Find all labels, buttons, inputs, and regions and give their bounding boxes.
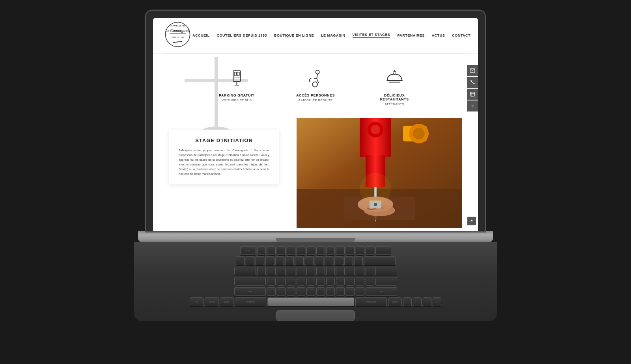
- key-6[interactable]: [295, 256, 304, 265]
- question-icon[interactable]: ?: [467, 100, 478, 111]
- key-slash[interactable]: [356, 287, 364, 296]
- key-comma[interactable]: [336, 287, 345, 296]
- key-q[interactable]: [257, 267, 266, 275]
- scroll-top-button[interactable]: [467, 217, 476, 225]
- key-f8[interactable]: [326, 246, 335, 255]
- key-f2[interactable]: [267, 246, 276, 255]
- laptop-screen-bezel: COUTELLERIE Le Camarguais DEPUIS 1993 AC…: [153, 18, 478, 231]
- nav-couteliers[interactable]: COUTELIERS DEPUIS 1993: [217, 33, 267, 37]
- key-backtick[interactable]: [236, 256, 245, 265]
- key-tab[interactable]: [234, 267, 256, 275]
- key-4[interactable]: [275, 256, 284, 265]
- key-w[interactable]: [267, 267, 276, 275]
- key-f3[interactable]: [277, 246, 286, 255]
- key-v[interactable]: [297, 287, 305, 296]
- key-f9[interactable]: [336, 246, 345, 255]
- key-e[interactable]: [277, 267, 286, 275]
- nav-partenaires[interactable]: PARTENAIRES: [397, 33, 424, 37]
- key-u[interactable]: [316, 267, 325, 275]
- key-2[interactable]: [256, 256, 264, 265]
- key-control[interactable]: control: [205, 297, 218, 306]
- key-f11[interactable]: [356, 246, 364, 255]
- key-f5[interactable]: [297, 246, 305, 255]
- key-7[interactable]: [305, 256, 314, 265]
- feature-restaurant-title: DÉLICIEUX RESTAURANTS: [371, 93, 418, 101]
- key-j[interactable]: [326, 277, 335, 286]
- box-icon[interactable]: [467, 89, 478, 100]
- key-d[interactable]: [287, 277, 295, 286]
- email-icon[interactable]: [467, 65, 478, 76]
- key-l[interactable]: [346, 277, 355, 286]
- key-quote[interactable]: [366, 277, 374, 286]
- key-option-left[interactable]: option: [220, 297, 233, 306]
- key-bracket-open[interactable]: [356, 267, 364, 275]
- key-k[interactable]: [336, 277, 345, 286]
- svg-point-16: [312, 82, 317, 87]
- key-f[interactable]: [297, 277, 305, 286]
- key-semicolon[interactable]: [356, 277, 364, 286]
- key-3[interactable]: [265, 256, 274, 265]
- key-f7[interactable]: [316, 246, 325, 255]
- feature-restaurant-subtitle: ATTENANTS: [385, 102, 404, 106]
- site-header: COUTELLERIE Le Camarguais DEPUIS 1993 AC…: [153, 18, 478, 54]
- key-backspace[interactable]: [364, 256, 396, 265]
- key-c[interactable]: [287, 287, 295, 296]
- key-i[interactable]: [326, 267, 335, 275]
- key-y[interactable]: [306, 267, 315, 275]
- nav-contact[interactable]: CONTACT: [452, 33, 470, 37]
- key-fn[interactable]: fn: [190, 297, 203, 306]
- nav-actus[interactable]: ACTUS: [432, 33, 445, 37]
- key-9[interactable]: [325, 256, 333, 265]
- trackpad[interactable]: [276, 310, 355, 321]
- key-shift-left[interactable]: shift: [234, 287, 266, 296]
- key-option-right[interactable]: option: [388, 297, 402, 306]
- key-capslock[interactable]: [234, 277, 266, 286]
- key-g[interactable]: [306, 277, 315, 286]
- key-arrow-down[interactable]: [423, 297, 431, 306]
- nav-boutique[interactable]: BOUTIQUE EN LIGNE: [274, 33, 314, 37]
- key-8[interactable]: [315, 256, 323, 265]
- key-f12[interactable]: [366, 246, 374, 255]
- key-return2[interactable]: [375, 277, 397, 286]
- key-period[interactable]: [346, 287, 355, 296]
- nav-visites[interactable]: VISITES ET STAGES: [353, 33, 390, 38]
- nav-magasin[interactable]: LE MAGASIN: [321, 33, 345, 37]
- key-r[interactable]: [287, 267, 295, 275]
- key-arrow-left[interactable]: [403, 297, 412, 306]
- key-m[interactable]: [326, 287, 335, 296]
- key-arrow-right[interactable]: ›: [433, 297, 441, 306]
- accessibility-icon: [305, 68, 327, 89]
- key-command-right[interactable]: commande: [355, 297, 387, 306]
- key-esc[interactable]: esc: [240, 246, 256, 255]
- key-p[interactable]: [346, 267, 355, 275]
- key-return[interactable]: [375, 267, 397, 275]
- phone-icon[interactable]: [467, 77, 478, 88]
- key-arrow-up[interactable]: [413, 297, 422, 306]
- key-1[interactable]: [246, 256, 254, 265]
- key-o[interactable]: [336, 267, 345, 275]
- key-bracket-close[interactable]: [366, 267, 374, 275]
- key-a[interactable]: [267, 277, 276, 286]
- key-minus[interactable]: [344, 256, 353, 265]
- key-delete[interactable]: [375, 246, 391, 255]
- stage-body: Fabriques votre propre couteau Le Camarg…: [179, 148, 269, 176]
- key-n[interactable]: [316, 287, 325, 296]
- key-f10[interactable]: [346, 246, 355, 255]
- key-equal[interactable]: [354, 256, 363, 265]
- key-f4[interactable]: [287, 246, 295, 255]
- key-t[interactable]: [297, 267, 305, 275]
- key-s[interactable]: [277, 277, 286, 286]
- key-x[interactable]: [277, 287, 286, 296]
- key-shift-right[interactable]: shift: [366, 287, 397, 296]
- key-5[interactable]: [285, 256, 294, 265]
- key-f1[interactable]: [257, 246, 266, 255]
- logo-area[interactable]: COUTELLERIE Le Camarguais DEPUIS 1993: [165, 22, 192, 49]
- key-f6[interactable]: [306, 246, 315, 255]
- nav-accueil[interactable]: ACCUEIL: [192, 33, 210, 37]
- key-h[interactable]: [316, 277, 325, 286]
- key-command-left[interactable]: commande: [235, 297, 266, 306]
- key-b[interactable]: [306, 287, 315, 296]
- key-0[interactable]: [334, 256, 343, 265]
- key-spacebar[interactable]: [267, 297, 354, 306]
- key-z[interactable]: [267, 287, 276, 296]
